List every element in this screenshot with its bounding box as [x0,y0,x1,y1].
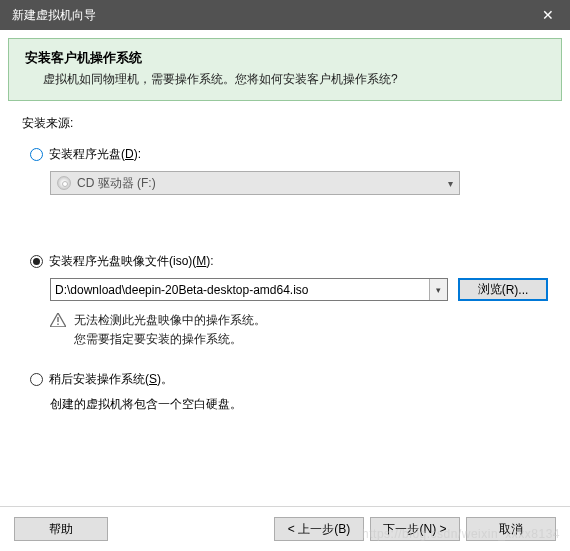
browse-button[interactable]: 浏览(R)... [458,278,548,301]
close-button[interactable]: ✕ [525,0,570,30]
cancel-button[interactable]: 取消 [466,517,556,541]
iso-path-combobox[interactable]: ▾ [50,278,448,301]
combobox-chevron-down-icon[interactable]: ▾ [429,279,447,300]
radio-install-later[interactable] [30,373,43,386]
disc-drive-text: CD 驱动器 (F:) [77,175,448,192]
install-later-hint: 创建的虚拟机将包含一个空白硬盘。 [50,396,548,413]
option-iso-file[interactable]: 安装程序光盘映像文件(iso)(M): [30,253,548,270]
chevron-down-icon: ▾ [448,178,453,189]
wizard-header-title: 安装客户机操作系统 [25,49,545,67]
iso-warning-text: 无法检测此光盘映像中的操作系统。 您需要指定要安装的操作系统。 [74,311,266,349]
help-button[interactable]: 帮助 [14,517,108,541]
svg-rect-1 [57,317,58,322]
radio-installer-disc[interactable] [30,148,43,161]
option-iso-file-label: 安装程序光盘映像文件(iso)(M): [49,253,214,270]
wizard-header: 安装客户机操作系统 虚拟机如同物理机，需要操作系统。您将如何安装客户机操作系统? [8,38,562,101]
radio-iso-file[interactable] [30,255,43,268]
wizard-footer: 帮助 < 上一步(B) 下一步(N) > 取消 [0,506,570,551]
back-button[interactable]: < 上一步(B) [274,517,364,541]
titlebar: 新建虚拟机向导 ✕ [0,0,570,30]
option-install-later-label: 稍后安装操作系统(S)。 [49,371,173,388]
disc-drive-dropdown[interactable]: CD 驱动器 (F:) ▾ [50,171,460,195]
install-source-label: 安装来源: [22,115,548,132]
window-title: 新建虚拟机向导 [12,7,525,24]
wizard-header-subtitle: 虚拟机如同物理机，需要操作系统。您将如何安装客户机操作系统? [43,71,545,88]
next-button[interactable]: 下一步(N) > [370,517,460,541]
warning-icon [50,313,66,327]
option-installer-disc-label: 安装程序光盘(D): [49,146,141,163]
iso-warning: 无法检测此光盘映像中的操作系统。 您需要指定要安装的操作系统。 [50,311,548,349]
content-area: 安装来源: 安装程序光盘(D): CD 驱动器 (F:) ▾ 安装程序光盘映像文… [0,109,570,413]
svg-rect-2 [57,324,58,326]
cd-icon [57,176,71,190]
iso-path-input[interactable] [51,283,429,297]
option-installer-disc[interactable]: 安装程序光盘(D): [30,146,548,163]
option-install-later[interactable]: 稍后安装操作系统(S)。 [30,371,548,388]
